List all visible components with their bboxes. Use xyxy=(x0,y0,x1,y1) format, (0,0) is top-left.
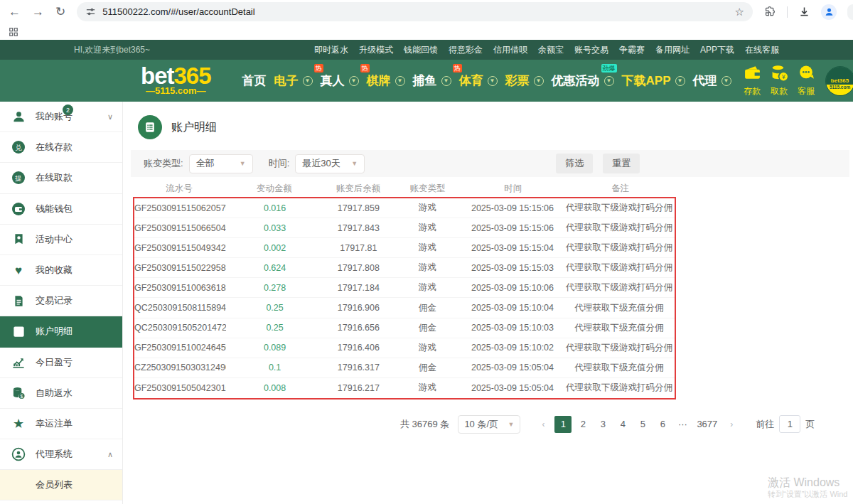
url-text[interactable]: 511500222.com/#/user/accountDetail xyxy=(102,6,254,17)
sidebar-item-账户明细[interactable]: 账户明细 xyxy=(0,316,122,347)
type-filter-select[interactable]: 全部▼ xyxy=(189,154,253,173)
quick-link[interactable]: 升级模式 xyxy=(359,44,393,56)
downloads-icon[interactable] xyxy=(798,6,810,18)
hot-badge: 热 xyxy=(314,64,323,73)
nav-item[interactable]: 真人热▼ xyxy=(321,73,359,89)
bookmark-star-icon[interactable]: ☆ xyxy=(735,6,744,18)
extensions-icon[interactable] xyxy=(764,6,776,18)
table-row: QC250309150811589440.2517916.906佣金2025-0… xyxy=(134,298,675,318)
reload-icon[interactable]: ↻ xyxy=(55,6,65,18)
balance-after: 17916.406 xyxy=(323,343,394,353)
column-header: 账变类型 xyxy=(394,183,462,195)
forward-icon[interactable]: → xyxy=(32,6,44,18)
sidebar-item-代理系统[interactable]: 代理系统∧ xyxy=(0,439,122,470)
quick-link[interactable]: 钱能回馈 xyxy=(404,44,438,56)
quick-link[interactable]: 信用借呗 xyxy=(493,44,527,56)
user-badge-bottom: 5115.com xyxy=(826,85,853,96)
sidebar-item-我的账号[interactable]: 我的账号2∨ xyxy=(0,102,122,132)
serial-no: GF25030915150620575 xyxy=(134,203,226,213)
user-badge-logo: bet365 5115.com xyxy=(825,66,853,96)
sidebar-item-活动中心[interactable]: 活动中心 xyxy=(0,225,122,255)
page-button-3[interactable]: 3 xyxy=(594,416,611,433)
remark: 代理获取下级游戏打码分佣 xyxy=(564,382,675,394)
deposit-wallet-icon xyxy=(743,64,762,85)
column-header: 流水号 xyxy=(133,183,225,195)
svg-text:兑: 兑 xyxy=(15,144,22,151)
site-settings-icon[interactable] xyxy=(85,6,96,17)
chevron-down-icon: ▼ xyxy=(351,160,358,167)
hot-badge: 劲爆 xyxy=(601,64,617,73)
sidebar-item-在线存款[interactable]: 兑在线存款 xyxy=(0,132,122,163)
page-button-4[interactable]: 4 xyxy=(614,416,631,433)
nav-item[interactable]: 代理▼ xyxy=(693,73,731,89)
nav-item[interactable]: 电子热▼ xyxy=(274,73,313,89)
nav-item[interactable]: 体育▼ xyxy=(459,73,498,89)
sidebar-item-今日盈亏[interactable]: 今日盈亏 xyxy=(0,348,122,378)
reset-button[interactable]: 重置 xyxy=(603,154,640,173)
table-row: GF250309151002464500.08917916.406游戏2025-… xyxy=(134,338,675,358)
quick-link[interactable]: 争霸赛 xyxy=(619,44,645,56)
remark: 代理获取下级充值分佣 xyxy=(564,302,675,314)
change-amount: 0.033 xyxy=(226,223,323,233)
page-button-2[interactable]: 2 xyxy=(574,416,591,433)
quick-link[interactable]: 备用网址 xyxy=(655,44,690,56)
nav-item[interactable]: 优惠活动劲爆▼ xyxy=(552,73,614,89)
sidebar-item-交易记录[interactable]: 交易记录 xyxy=(0,286,122,316)
time: 2025-03-09 15:10:06 xyxy=(461,283,564,293)
filter-button[interactable]: 筛选 xyxy=(556,154,593,173)
change-type: 游戏 xyxy=(394,282,461,294)
quick-link[interactable]: 余额宝 xyxy=(538,44,564,56)
sidebar-item-在线取款[interactable]: 提在线取款 xyxy=(0,163,122,193)
browser-toolbar: ← → ↻ 511500222.com/#/user/accountDetail… xyxy=(0,0,853,23)
sidebar-item-幸运注单[interactable]: ★幸运注单 xyxy=(0,409,122,439)
sidebar-item-label: 交易记录 xyxy=(36,294,73,307)
withdraw-action[interactable]: ¥取款 xyxy=(770,64,789,97)
serial-no: CZ25030915030312490 xyxy=(134,363,226,372)
quick-link[interactable]: 即时返水 xyxy=(314,44,348,56)
nav-item[interactable]: 捕鱼热▼ xyxy=(413,73,451,89)
service-action[interactable]: 客服 xyxy=(797,64,816,97)
nav-item[interactable]: 首页 xyxy=(242,73,267,89)
address-bar[interactable]: 511500222.com/#/user/accountDetail ☆ xyxy=(77,2,753,21)
back-icon[interactable]: ← xyxy=(9,6,21,18)
page-button-3677[interactable]: 3677 xyxy=(694,416,720,433)
sidebar-item-label: 幸运注单 xyxy=(36,417,73,430)
table-row: GF250309151506205750.01617917.859游戏2025-… xyxy=(134,198,675,218)
quick-link[interactable]: 在线客服 xyxy=(745,44,779,56)
apps-grid-icon[interactable] xyxy=(9,27,18,37)
quick-link[interactable]: APP下载 xyxy=(700,44,734,56)
user-chip[interactable]: bet365 5115.com bet36580 ¥:17917.859 一键回… xyxy=(825,63,853,98)
page-button-5[interactable]: 5 xyxy=(634,416,651,433)
chevron-down-icon: ∨ xyxy=(107,112,113,122)
prev-page-icon[interactable]: ‹ xyxy=(535,416,552,433)
site-logo[interactable]: bet365 —5115.com— xyxy=(141,65,211,96)
remark: 代理获取下级游戏打码分佣 xyxy=(564,342,675,354)
quick-link[interactable]: 账号交易 xyxy=(574,44,608,56)
page-button-6[interactable]: 6 xyxy=(654,416,671,433)
sidebar-item-自助返水[interactable]: $自助返水 xyxy=(0,378,122,409)
action-label: 取款 xyxy=(771,85,788,97)
nav-item[interactable]: 下载APP▼ xyxy=(622,73,685,89)
time-filter-select[interactable]: 最近30天▼ xyxy=(295,154,365,173)
serial-no: GF25030915150665049 xyxy=(134,223,226,233)
balance-after: 17916.217 xyxy=(323,383,394,393)
sidebar-item-钱能钱包[interactable]: 钱能钱包 xyxy=(0,194,122,225)
customer-service-icon xyxy=(797,64,816,85)
nav-item[interactable]: 彩票▼ xyxy=(505,73,544,89)
page-button-1[interactable]: 1 xyxy=(554,416,572,433)
table-row: QC250309150520147260.2517916.656佣金2025-0… xyxy=(134,318,675,338)
quick-link[interactable]: 得意彩金 xyxy=(449,44,483,56)
deposit-action[interactable]: 存款 xyxy=(743,64,762,97)
action-label: 存款 xyxy=(744,85,761,97)
time: 2025-03-09 15:15:06 xyxy=(461,203,564,213)
sidebar-item-我的收藏[interactable]: ♥我的收藏 xyxy=(0,255,122,286)
sidebar-item-会员列表[interactable]: 会员列表 xyxy=(0,470,122,500)
goto-page-input[interactable] xyxy=(779,415,800,433)
nav-item[interactable]: 棋牌▼ xyxy=(367,73,405,89)
balance-after: 17917.843 xyxy=(323,223,394,233)
profile-avatar[interactable] xyxy=(821,4,837,20)
per-page-select[interactable]: 10 条/页▼ xyxy=(458,415,520,434)
next-page-icon[interactable]: › xyxy=(723,416,740,433)
logo-domain: —5115.com— xyxy=(141,85,211,96)
header-actions: 存款¥取款客服 xyxy=(743,64,816,97)
